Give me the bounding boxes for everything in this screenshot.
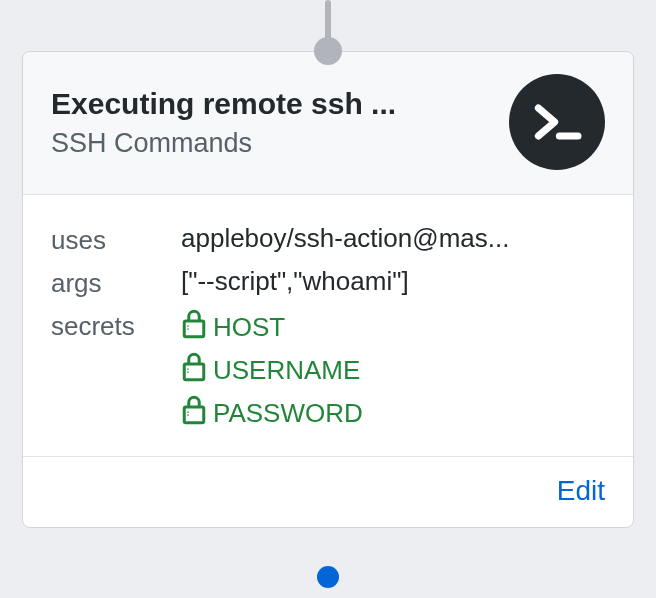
workflow-step-card: Executing remote ssh ... SSH Commands us… [22, 51, 634, 528]
edit-button[interactable]: Edit [557, 475, 605, 507]
card-header: Executing remote ssh ... SSH Commands [23, 52, 633, 195]
args-row: args ["--script","whoami"] [51, 266, 605, 299]
secrets-label: secrets [51, 309, 181, 342]
terminal-icon [509, 74, 605, 170]
svg-rect-5 [184, 407, 204, 423]
lock-icon [181, 309, 207, 346]
secret-item: USERNAME [181, 352, 363, 389]
svg-rect-3 [184, 364, 204, 380]
secrets-row: secrets HOST [51, 309, 605, 432]
secret-name: HOST [213, 312, 285, 343]
secret-name: USERNAME [213, 355, 360, 386]
lock-icon [181, 395, 207, 432]
card-body: uses appleboy/ssh-action@mas... args ["-… [23, 195, 633, 456]
secrets-list: HOST USERNAME [181, 309, 363, 432]
card-footer: Edit [23, 456, 633, 527]
secret-item: PASSWORD [181, 395, 363, 432]
secret-item: HOST [181, 309, 363, 346]
args-label: args [51, 266, 181, 299]
step-subtitle: SSH Commands [51, 128, 493, 159]
lock-icon [181, 352, 207, 389]
args-value: ["--script","whoami"] [181, 266, 605, 297]
secret-name: PASSWORD [213, 398, 363, 429]
uses-label: uses [51, 223, 181, 256]
step-title: Executing remote ssh ... [51, 86, 493, 122]
svg-rect-1 [184, 321, 204, 337]
connector-dot-bottom[interactable] [317, 566, 339, 588]
header-text: Executing remote ssh ... SSH Commands [51, 86, 509, 159]
uses-value: appleboy/ssh-action@mas... [181, 223, 605, 254]
uses-row: uses appleboy/ssh-action@mas... [51, 223, 605, 256]
connector-dot-top [314, 37, 342, 65]
